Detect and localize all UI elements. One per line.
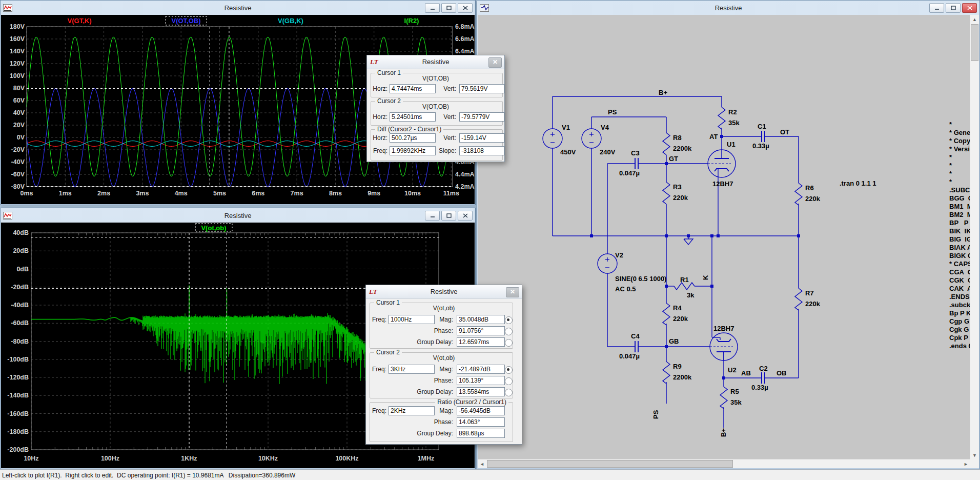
vscroll-thumb[interactable] <box>971 24 978 61</box>
svg-text:0V: 0V <box>17 134 25 141</box>
svg-text:35k: 35k <box>728 119 740 127</box>
horz-label: Horz: <box>369 112 387 122</box>
svg-text:-20V: -20V <box>11 146 25 153</box>
diff-freq-input[interactable]: 1.99892KHz <box>390 146 436 155</box>
freq-label: Freq: <box>368 406 386 415</box>
cursor1-gd-input[interactable]: 12.6597ms <box>457 337 505 347</box>
schematic-titlebar[interactable]: Resistive <box>477 1 979 15</box>
schematic-horizontal-scrollbar[interactable]: ◄ ► <box>478 459 970 468</box>
svg-text:12BH7: 12BH7 <box>713 325 734 332</box>
svg-text:100Hz: 100Hz <box>101 455 119 462</box>
scroll-left-icon[interactable]: ◄ <box>478 459 486 468</box>
svg-text:140V: 140V <box>10 48 25 55</box>
group-delay-label: Group Delay: <box>397 387 453 396</box>
ratio-heading: Ratio (Cursor2 / Cursor1) <box>435 398 508 406</box>
svg-text:8ms: 8ms <box>329 190 342 197</box>
svg-text:-60dB: -60dB <box>11 319 29 327</box>
waveform-icon <box>3 4 12 12</box>
svg-text:V(GB,K): V(GB,K) <box>278 17 303 25</box>
schematic-canvas[interactable]: R82200kR3220kR235kR6220kR7220kR4220kR922… <box>478 15 970 459</box>
cursor2-vert-input[interactable]: -79.5779V <box>459 112 504 122</box>
cursor1-signal: V(OT,OB) <box>367 75 504 82</box>
dialog1-titlebar[interactable]: LT Resistive ✕ <box>367 55 504 69</box>
svg-text:20V: 20V <box>13 122 25 129</box>
schematic-vertical-scrollbar[interactable]: ▲ ▼ <box>970 15 979 459</box>
svg-text:PS: PS <box>652 410 660 419</box>
phase-label: Phase: <box>397 417 453 427</box>
vert-label: Vert: <box>439 133 456 143</box>
svg-text:B+: B+ <box>659 89 667 96</box>
cursor2-phase-radio[interactable] <box>505 377 513 385</box>
slope-label: Slope: <box>436 146 456 155</box>
wave2-titlebar[interactable]: Resistive <box>1 208 475 223</box>
svg-text:-200dB: -200dB <box>7 446 29 453</box>
dialog2-close-icon[interactable]: ✕ <box>506 287 519 297</box>
svg-text:220k: 220k <box>673 194 688 202</box>
svg-text:-160dB: -160dB <box>7 410 29 417</box>
status-text: Left-click to plot I(R1). Right click to… <box>0 472 295 479</box>
wave1-close-icon[interactable] <box>458 3 473 13</box>
svg-text:220k: 220k <box>673 315 688 323</box>
wave1-minimize-icon[interactable] <box>425 3 440 13</box>
cursor2-horz-input[interactable]: 5.24501ms <box>390 112 436 122</box>
cursor2-gd-radio[interactable] <box>505 389 513 396</box>
svg-text:0dB: 0dB <box>16 266 29 273</box>
svg-text:C3: C3 <box>631 149 640 157</box>
ratio-mag-input[interactable]: -56.4945dB <box>457 406 505 415</box>
group-delay-label: Group Delay: <box>397 429 453 438</box>
circuit-drawing[interactable]: R82200kR3220kR235kR6220kR7220kR4220kR922… <box>478 15 970 459</box>
svg-text:6.4mA: 6.4mA <box>455 48 475 55</box>
ratio-gd-input[interactable]: 898.68µs <box>457 429 505 438</box>
cursor2-gd-input[interactable]: 13.5584ms <box>457 387 505 396</box>
cursor1-phase-input[interactable]: 91.0756° <box>457 326 505 335</box>
wave1-title: Resistive <box>1 4 475 12</box>
svg-text:GT: GT <box>669 155 678 163</box>
svg-text:V4: V4 <box>601 124 609 131</box>
ratio-phase-input[interactable]: 14.063° <box>457 417 505 427</box>
cursor1-phase-radio[interactable] <box>505 328 513 335</box>
cursor1-mag-radio[interactable] <box>505 316 513 324</box>
phase-label: Phase: <box>397 376 453 385</box>
svg-text:-20dB: -20dB <box>11 284 29 291</box>
svg-text:R3: R3 <box>673 183 682 191</box>
cursor1-horz-input[interactable]: 4.74474ms <box>390 84 436 93</box>
schematic-minimize-icon[interactable] <box>929 3 944 13</box>
wave2-close-icon[interactable] <box>458 211 473 221</box>
cursor2-phase-input[interactable]: 105.139° <box>457 376 505 385</box>
svg-text:80V: 80V <box>13 85 25 92</box>
diff-vert-input[interactable]: -159.14V <box>459 133 504 143</box>
dialog2-titlebar[interactable]: LT Resistive ✕ <box>366 285 522 299</box>
svg-text:4.4mA: 4.4mA <box>455 171 475 178</box>
cursor2-signal: V(OT,OB) <box>367 103 504 110</box>
subcircuit-netlist-text: * * Gene * Copyr * Versio * * * * .SUBCK… <box>949 121 970 377</box>
diff-horz-input[interactable]: 500.27µs <box>390 133 436 143</box>
cursor2-mag-input[interactable]: -21.4897dB <box>457 365 505 374</box>
dialog1-close-icon[interactable]: ✕ <box>488 57 502 68</box>
wave2-maximize-icon[interactable] <box>441 211 456 221</box>
scroll-up-icon[interactable]: ▲ <box>970 15 979 24</box>
cursor1-vert-input[interactable]: 79.5619V <box>459 84 504 93</box>
svg-text:1MHz: 1MHz <box>418 455 435 462</box>
mag-label: Mag: <box>397 315 453 324</box>
schematic-window: Resistive R82200kR3220kR235kR6220kR7220k… <box>477 0 980 469</box>
cursor1-mag-input[interactable]: 35.0048dB <box>457 315 505 324</box>
schematic-close-icon[interactable] <box>962 3 977 13</box>
wave2-minimize-icon[interactable] <box>425 211 440 221</box>
scroll-right-icon[interactable]: ► <box>962 459 970 468</box>
wave1-titlebar[interactable]: Resistive <box>1 1 475 15</box>
svg-text:R4: R4 <box>673 304 682 312</box>
freq-label: Freq: <box>368 315 386 324</box>
hscroll-thumb[interactable] <box>487 460 733 468</box>
cursor2-mag-radio[interactable] <box>505 366 513 374</box>
diff-slope-input[interactable]: -318108 <box>459 146 504 155</box>
svg-text:3k: 3k <box>687 291 695 299</box>
svg-text:7ms: 7ms <box>291 190 303 197</box>
scroll-down-icon[interactable]: ▼ <box>970 451 979 459</box>
schematic-maximize-icon[interactable] <box>946 3 961 13</box>
status-bar: Left-click to plot I(R1). Right click to… <box>0 469 980 480</box>
svg-text:100V: 100V <box>10 72 25 79</box>
svg-text:-140dB: -140dB <box>7 392 29 399</box>
wave1-maximize-icon[interactable] <box>441 3 456 13</box>
svg-text:R2: R2 <box>728 108 737 116</box>
cursor1-gd-radio[interactable] <box>505 339 513 347</box>
